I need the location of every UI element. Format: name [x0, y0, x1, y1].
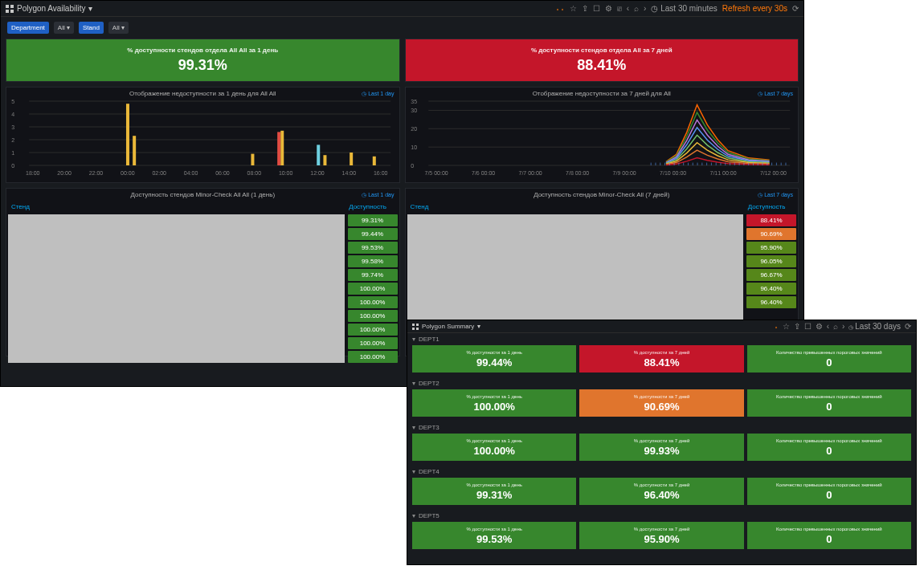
- share-icon[interactable]: ⇪: [794, 322, 800, 331]
- dept-header[interactable]: ▾DEPT1: [407, 333, 916, 345]
- svg-rect-39: [668, 163, 669, 165]
- svg-rect-37: [660, 163, 660, 165]
- refresh-icon[interactable]: ⟳: [905, 322, 911, 331]
- chevron-left-icon[interactable]: ‹: [827, 322, 829, 331]
- svg-rect-64: [785, 163, 786, 165]
- dept-name: DEPT4: [419, 468, 440, 475]
- chevron-right-icon[interactable]: ›: [644, 4, 646, 13]
- chart-1day-title: Отображение недоступности за 1 день для …: [6, 88, 399, 100]
- zoom-icon[interactable]: ⌕: [833, 322, 838, 331]
- dept-stat-7day[interactable]: % доступности за 7 дней96.40%: [579, 478, 743, 505]
- dept-threshold-count[interactable]: Количество превышенных пороговых значени…: [747, 389, 911, 417]
- chevron-down-icon: ▾: [412, 424, 415, 431]
- chart-7day-link[interactable]: ◷ Last 7 days: [758, 91, 793, 97]
- dept-stat-1day[interactable]: % доступности за 1 день99.53%: [412, 522, 576, 549]
- title-dropdown-icon[interactable]: ▾: [477, 323, 480, 330]
- card-label: % доступности за 7 дней: [634, 527, 690, 531]
- svg-text:35: 35: [411, 100, 417, 104]
- star-icon[interactable]: ☆: [783, 322, 790, 331]
- gear-icon[interactable]: ⚙: [816, 322, 823, 331]
- dept-header[interactable]: ▾DEPT3: [407, 421, 916, 434]
- svg-rect-53: [734, 163, 734, 165]
- svg-rect-51: [725, 163, 726, 165]
- save-icon[interactable]: ☐: [804, 322, 812, 331]
- svg-rect-2: [6, 10, 9, 13]
- gear-icon[interactable]: ⚙: [605, 4, 612, 13]
- dept-stat-1day[interactable]: % доступности за 1 день100.00%: [412, 434, 576, 461]
- zoom-icon[interactable]: ⌕: [634, 4, 639, 13]
- svg-text:2: 2: [11, 137, 14, 143]
- dept-stat-1day[interactable]: % доступности за 1 день99.31%: [412, 478, 576, 505]
- card-value: 99.44%: [476, 356, 512, 368]
- star-icon[interactable]: ☆: [570, 4, 577, 13]
- dept-header[interactable]: ▾DEPT4: [407, 466, 916, 478]
- chart-7day[interactable]: Отображение недоступности за 7 дней для …: [405, 87, 799, 183]
- card-value: 88.41%: [644, 356, 679, 368]
- card-label: % доступности за 7 дней: [634, 394, 690, 399]
- panel-add-icon[interactable]: ⬪: [774, 322, 779, 331]
- time-range[interactable]: ◷ Last 30 minutes: [651, 4, 717, 13]
- filter-department-value[interactable]: All ▾: [54, 22, 74, 34]
- card-value: 0: [826, 356, 832, 368]
- dashboard-title[interactable]: Polygon Summary: [422, 323, 474, 330]
- dept-stat-7day[interactable]: % доступности за 7 дней95.90%: [579, 522, 743, 549]
- table-cell: 96.67%: [746, 269, 796, 281]
- table-cell: 88.41%: [746, 214, 796, 226]
- dept-stat-7day[interactable]: % доступности за 7 дней90.69%: [579, 389, 743, 417]
- refresh-icon[interactable]: ⟳: [792, 4, 799, 13]
- filter-stand-value[interactable]: All ▾: [108, 22, 129, 34]
- chevron-down-icon: ▾: [412, 468, 415, 475]
- chevron-right-icon[interactable]: ›: [842, 322, 844, 331]
- chevron-left-icon[interactable]: ‹: [627, 4, 629, 13]
- dept-stat-7day[interactable]: % доступности за 7 дней88.41%: [579, 345, 743, 373]
- dept-threshold-count[interactable]: Количество превышенных пороговых значени…: [747, 478, 911, 505]
- dept-header[interactable]: ▾DEPT2: [407, 377, 916, 389]
- refresh-interval[interactable]: Refresh every 30s: [722, 4, 787, 13]
- svg-rect-40: [673, 163, 674, 165]
- svg-text:30: 30: [411, 108, 417, 113]
- tv-icon[interactable]: ⎚: [617, 4, 622, 13]
- table-cell: 90.69%: [746, 228, 796, 240]
- table-cell: 100.00%: [348, 337, 398, 349]
- time-range[interactable]: ◷ Last 30 days: [848, 322, 901, 331]
- card-value: 99.53%: [476, 533, 512, 545]
- dept-stat-7day[interactable]: % доступности за 7 дней99.93%: [579, 434, 743, 461]
- svg-text:10: 10: [411, 145, 417, 150]
- dept-stat-1day[interactable]: % доступности за 1 день100.00%: [412, 389, 576, 417]
- title-dropdown-icon[interactable]: ▾: [88, 4, 92, 13]
- chart-1day-link[interactable]: ◷ Last 1 day: [362, 91, 394, 97]
- svg-text:5: 5: [11, 100, 14, 104]
- dashboard-title[interactable]: Polygon Availability: [17, 4, 85, 13]
- card-label: % доступности за 1 день: [466, 438, 521, 443]
- stat-1day[interactable]: % доступности стендов отдела All All за …: [6, 39, 400, 82]
- table-1day-col-avail: Доступность: [341, 203, 395, 210]
- card-label: % доступности за 1 день: [466, 350, 521, 355]
- svg-rect-16: [126, 104, 129, 165]
- svg-rect-3: [10, 10, 14, 13]
- card-value: 99.31%: [476, 489, 512, 501]
- dept-threshold-count[interactable]: Количество превышенных пороговых значени…: [747, 522, 911, 549]
- svg-rect-41: [678, 163, 679, 165]
- share-icon[interactable]: ⇪: [582, 4, 588, 13]
- dept-threshold-count[interactable]: Количество превышенных пороговых значени…: [747, 434, 911, 461]
- dept-stat-1day[interactable]: % доступности за 1 день99.44%: [412, 345, 576, 373]
- svg-rect-56: [748, 163, 749, 165]
- save-icon[interactable]: ☐: [593, 4, 600, 13]
- panel-add-icon[interactable]: ⬪⬪: [555, 4, 565, 13]
- chart-1day[interactable]: Отображение недоступности за 1 день для …: [6, 87, 400, 183]
- table-cell: 96.40%: [746, 296, 796, 308]
- svg-rect-21: [317, 145, 320, 165]
- chevron-down-icon: ▾: [412, 512, 415, 519]
- svg-rect-47: [706, 163, 707, 165]
- stat-7day[interactable]: % доступности стендов отдела All за 7 дн…: [405, 39, 799, 82]
- table-7day-col-stand: Стенд: [411, 203, 741, 210]
- table-7day-link[interactable]: ◷ Last 7 days: [758, 192, 793, 198]
- svg-rect-42: [683, 163, 684, 165]
- svg-rect-54: [738, 163, 739, 165]
- dept-threshold-count[interactable]: Количество превышенных пороговых значени…: [747, 345, 911, 373]
- card-value: 0: [826, 533, 832, 545]
- svg-text:4: 4: [11, 112, 14, 117]
- table-1day-link[interactable]: ◷ Last 1 day: [362, 192, 394, 198]
- dept-header[interactable]: ▾DEPT5: [407, 510, 916, 522]
- table-1day[interactable]: Доступность стендов Minor-Check All All …: [6, 188, 400, 356]
